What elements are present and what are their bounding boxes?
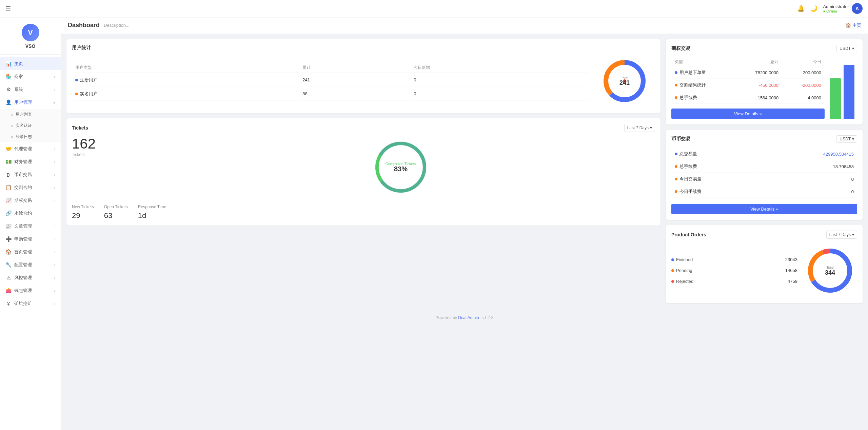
- futures-view-details-btn[interactable]: View Details »: [671, 109, 825, 119]
- table-row: 交割结果统计 -450.0000 -200.0000: [672, 79, 824, 91]
- sidebar-item-risk-mgmt[interactable]: ⚠风控管理 ›: [0, 271, 61, 284]
- dot-icon: [675, 153, 677, 155]
- orders-title: Product Orders: [671, 232, 706, 237]
- dot-icon: [75, 79, 78, 81]
- futures-currency-label: USDT: [840, 46, 851, 51]
- sidebar-item-agent-mgmt[interactable]: 🤝代理管理 ›: [0, 142, 61, 155]
- sidebar-item-home-mgmt[interactable]: 🏠首页管理 ›: [0, 246, 61, 258]
- table-row: 实名用户 88 0: [73, 87, 588, 101]
- contract-icon: 📋: [5, 184, 12, 191]
- chevron-right-icon: ›: [54, 75, 55, 79]
- sidebar-item-login-log[interactable]: 登录日志: [0, 131, 61, 142]
- product-orders-card: Product Orders Last 7 Days ▾ Finished 23…: [666, 225, 863, 303]
- merchant-icon: 🏪: [5, 74, 12, 80]
- chevron-right-icon: ›: [54, 147, 55, 151]
- orders-layout: Finished 23043 Pending 14658 Rejected 47…: [671, 243, 857, 298]
- sidebar-item-system[interactable]: ⚙系统 ›: [0, 83, 61, 96]
- futures-bar-chart: [830, 57, 857, 119]
- tickets-title: Tickets: [72, 125, 88, 131]
- chevron-right-icon: ›: [54, 302, 55, 306]
- orders-card-header: Product Orders Last 7 Days ▾: [671, 231, 857, 239]
- theme-toggle-icon[interactable]: 🌙: [810, 5, 817, 12]
- home-icon: 🏠: [846, 23, 851, 28]
- wallet-icon: 👛: [5, 288, 12, 294]
- futures-currency-select[interactable]: USDT ▾: [836, 45, 857, 52]
- tickets-content: 162 Tickets: [72, 137, 655, 198]
- stats-table: 用户类型 累计 今日新增 注册用户 241 0: [72, 62, 589, 101]
- sidebar-item-mining[interactable]: ¥矿坑挖矿 ›: [0, 297, 61, 310]
- user-info: Administrator ● Online A: [823, 3, 863, 14]
- coin-icon: ₿: [5, 172, 12, 178]
- user-stats-layout: 用户类型 累计 今日新增 注册用户 241 0: [72, 56, 655, 108]
- sidebar-item-user-mgmt[interactable]: 👤用户管理 ∨: [0, 96, 61, 109]
- new-tickets-stat: New Tickets 29: [72, 204, 94, 220]
- sidebar-item-apply-mgmt[interactable]: ➕申购管理 ›: [0, 233, 61, 246]
- chevron-right-icon: ›: [54, 276, 55, 280]
- futures-table: 类型 总计 今日 用户总下单量 78200.0000 200.0000: [671, 57, 825, 104]
- response-time-label: Response Time: [138, 204, 166, 209]
- dot-icon: [671, 280, 674, 283]
- footer-link[interactable]: Dcat Admin: [458, 315, 479, 320]
- sidebar-item-merchant[interactable]: 🏪商家 ›: [0, 70, 61, 83]
- left-column: 用户统计 用户类型 累计 今日新增: [66, 39, 660, 303]
- table-row: 总手续费 18.798458: [672, 161, 856, 173]
- chevron-right-icon: ›: [54, 186, 55, 190]
- date-filter-label: Last 7 Days: [627, 125, 649, 130]
- currency-table: 总交易量 429950.584415 总手续费 18.798458 今日交易量 …: [671, 148, 857, 198]
- col-header-total: 累计: [300, 63, 410, 73]
- tickets-label: Tickets: [72, 152, 140, 157]
- sidebar-item-user-list[interactable]: 用户列表: [0, 109, 61, 120]
- orders-list: Finished 23043 Pending 14658 Rejected 47…: [671, 254, 797, 287]
- topbar: ☰ 🔔 🌙 Administrator ● Online A: [0, 0, 868, 17]
- sidebar-item-dashboard[interactable]: 📊主页: [0, 57, 61, 70]
- dot-icon: [675, 96, 677, 99]
- open-tickets-stat: Open Tickets 63: [104, 204, 128, 220]
- sidebar-item-perpetual[interactable]: 🔗永续合约 ›: [0, 207, 61, 220]
- sidebar-item-coin-trade[interactable]: ₿币市交易 ›: [0, 168, 61, 181]
- tickets-stats: New Tickets 29 Open Tickets 63 Response …: [72, 204, 655, 220]
- sidebar-item-wallet-mgmt[interactable]: 👛钱包管理 ›: [0, 284, 61, 297]
- tickets-card: Tickets Last 7 Days ▾ 162 Tickets: [66, 118, 660, 226]
- footer-text: Powered by: [436, 315, 457, 320]
- mining-icon: ¥: [5, 301, 12, 307]
- open-tickets-label: Open Tickets: [104, 204, 128, 209]
- chevron-right-icon: ›: [54, 212, 55, 215]
- sidebar-item-config-mgmt[interactable]: 🔧配置管理 ›: [0, 258, 61, 271]
- page-header: Dashboard Description... 🏠 主页: [61, 17, 868, 34]
- tickets-ring-area: Completed Tickets 83%: [146, 137, 655, 198]
- sidebar-item-article-mgmt[interactable]: 📰文章管理 ›: [0, 220, 61, 233]
- notification-icon[interactable]: 🔔: [797, 5, 805, 12]
- topbar-right: 🔔 🌙 Administrator ● Online A: [797, 3, 863, 14]
- table-row: 总交易量 429950.584415: [672, 148, 856, 160]
- table-row: 今日交易量 0: [672, 173, 856, 185]
- perpetual-icon: 🔗: [5, 210, 12, 216]
- sidebar-item-futures-trade[interactable]: 📈期权交易 ›: [0, 194, 61, 207]
- menu-toggle-icon[interactable]: ☰: [5, 5, 11, 12]
- sidebar-item-finance-mgmt[interactable]: 💵财务管理 ›: [0, 155, 61, 168]
- agent-icon: 🤝: [5, 146, 12, 152]
- content-grid: 用户统计 用户类型 累计 今日新增: [61, 34, 868, 309]
- table-row: 用户总下单量 78200.0000 200.0000: [672, 67, 824, 79]
- futures-table-area: 类型 总计 今日 用户总下单量 78200.0000 200.0000: [671, 57, 825, 119]
- sidebar-menu: 📊主页 🏪商家 › ⚙系统 › 👤用户管理 ∨ 用户列表 实名认证 登录日志 🤝…: [0, 55, 61, 313]
- table-row: 总手续费 1564.0000 4.0000: [672, 92, 824, 104]
- currency-select[interactable]: USDT ▾: [836, 135, 857, 143]
- avatar[interactable]: A: [852, 3, 863, 14]
- date-filter-select[interactable]: Last 7 Days ▾: [624, 124, 655, 132]
- dot-icon: [675, 71, 677, 74]
- orders-date-filter[interactable]: Last 7 Days ▾: [826, 231, 857, 239]
- chevron-right-icon: ›: [54, 160, 55, 164]
- home-breadcrumb[interactable]: 🏠 主页: [846, 22, 861, 28]
- svg-text:241: 241: [619, 79, 630, 86]
- sidebar-item-real-name[interactable]: 实名认证: [0, 120, 61, 131]
- chevron-down-icon: ▾: [852, 232, 854, 237]
- chevron-right-icon: ›: [54, 88, 55, 92]
- bar-blue: [844, 65, 854, 119]
- new-tickets-value: 29: [72, 211, 94, 220]
- sidebar-item-contract-trade[interactable]: 📋交割合约 ›: [0, 181, 61, 194]
- dot-icon: [671, 258, 674, 261]
- currency-view-details-btn[interactable]: View Details »: [671, 204, 857, 214]
- currency-trading-card: 币币交易 USDT ▾ 总交易量 429950.584415 总手续费: [666, 130, 863, 220]
- tickets-count: 162: [72, 137, 140, 151]
- user-mgmt-submenu: 用户列表 实名认证 登录日志: [0, 109, 61, 142]
